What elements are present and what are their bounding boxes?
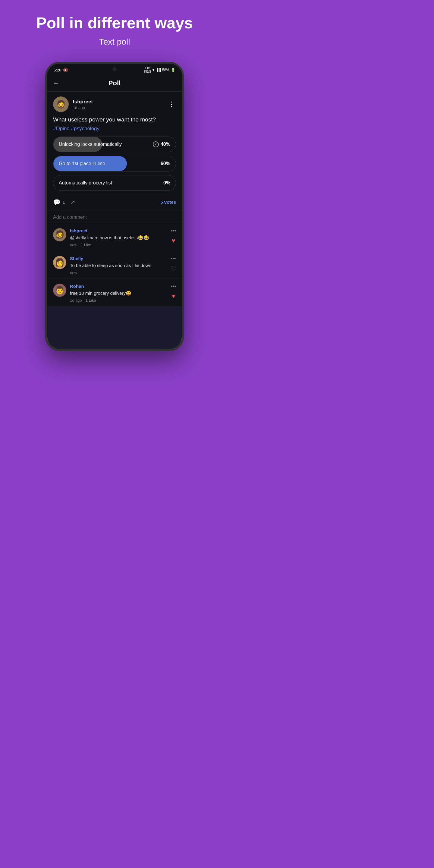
poll-hashtags: #Opino #psychology [47,126,182,136]
share-icon: ↗ [70,198,75,206]
page-header: Poll in different ways Text poll [0,0,229,56]
poll-actions: 💬 1 ↗ [53,198,75,206]
status-right: 1.81 KB/S ▾ ▐▐ 58% 🔋 [144,67,176,73]
check-icon-1: ✓ [153,141,159,147]
signal-icon: ▐▐ [156,68,161,72]
poll-option-2[interactable]: Go to 1st place in line 60% [53,156,176,172]
poll-option-2-text: Go to 1st place in line [53,161,161,166]
poll-footer: 💬 1 ↗ 5 votes [47,194,182,210]
comment-2-body: Shelly To be able to sleep as soon as I … [70,256,167,275]
comment-action[interactable]: 💬 1 [53,198,65,206]
comment-3-heart[interactable]: ♥ [172,293,176,300]
poll-option-1[interactable]: Unlocking locks automatically ✓ 40% [53,136,176,152]
post-header: 🧔 Ishpreet 1d ago ⋮ [47,92,182,116]
comment-item-1: 🧔 Ishpreet @shelly lmao, how is that use… [47,223,182,251]
poll-option-2-pct: 60% [161,161,176,166]
network-speed: 1.81 KB/S [144,67,151,73]
comment-2-time: now [70,270,77,275]
phone-frame: 5:26 🔇 1.81 KB/S ▾ ▐▐ 58% 🔋 ← Poll 🧔 Ish… [45,62,184,351]
comment-1-author: Ishpreet [70,228,167,233]
comment-1-text: @shelly lmao, how is that useless😂😂 [70,235,167,241]
back-button[interactable]: ← [53,79,60,87]
comment-1-right: ••• ♥ [171,228,176,244]
post-more-button[interactable]: ⋮ [167,99,176,110]
comment-3-meta: 1d ago 1 Like [70,298,167,303]
add-comment-input[interactable]: Add a comment [47,210,182,223]
comment-3-body: Rohan free 10 min grocery delivery😄 1d a… [70,284,167,303]
comment-3-right: ••• ♥ [171,284,176,300]
poll-options: Unlocking locks automatically ✓ 40% Go t… [47,136,182,191]
comment-1-time: now [70,243,77,247]
post-time: 1d ago [73,105,163,110]
comment-1-body: Ishpreet @shelly lmao, how is that usele… [70,228,167,247]
comment-3-more[interactable]: ••• [171,284,176,289]
comment-item-3: 👨 Rohan free 10 min grocery delivery😄 1d… [47,279,182,307]
battery-text: 58% [162,68,169,72]
battery-icon: 🔋 [171,68,176,72]
comment-item-2: 👩 Shelly To be able to sleep as soon as … [47,251,182,279]
comment-2-author: Shelly [70,256,167,261]
comments-section: 🧔 Ishpreet @shelly lmao, how is that use… [47,223,182,307]
comment-2-heart[interactable]: ♡ [170,265,176,272]
comment-2-text: To be able to sleep as soon as I lie dow… [70,262,167,269]
page-title: Poll in different ways [12,14,217,32]
comment-icon: 💬 [53,198,61,206]
comment-1-more[interactable]: ••• [171,228,176,234]
comment-3-author: Rohan [70,284,167,289]
comment-2-right: ••• ♡ [170,256,176,272]
comment-2-more[interactable]: ••• [171,256,176,261]
post-user-info: Ishpreet 1d ago [73,99,163,110]
wifi-icon: ▾ [153,68,154,72]
comment-2-meta: now [70,270,167,275]
poll-option-3-text: Automatically grocery list [53,180,163,186]
comment-1-meta: now 1 Like [70,243,167,247]
page-subtitle: Text poll [12,37,217,47]
comment-3-time: 1d ago [70,298,82,303]
share-action[interactable]: ↗ [70,198,75,206]
comment-1-likes: 1 Like [81,243,91,247]
comment-3-likes: 1 Like [86,298,96,303]
screen-title: Poll [64,79,164,87]
post-author-name: Ishpreet [73,99,163,105]
poll-option-3[interactable]: Automatically grocery list 0% [53,175,176,191]
status-left: 5:26 🔇 [54,67,68,72]
poll-question: What useless power you want the most? [47,116,182,126]
app-bar: ← Poll [47,75,182,92]
comment-1-avatar: 🧔 [53,228,66,241]
comment-3-text: free 10 min grocery delivery😄 [70,290,167,296]
add-comment-placeholder: Add a comment [53,215,87,220]
status-time: 5:26 [54,68,61,72]
poll-option-1-pct: ✓ 40% [153,141,176,147]
comment-1-heart[interactable]: ♥ [172,237,176,244]
status-sound-icon: 🔇 [63,67,68,72]
comment-2-avatar: 👩 [53,256,66,269]
content-area: 🧔 Ishpreet 1d ago ⋮ What useless power y… [47,92,182,307]
camera-notch [113,67,117,71]
phone-wrapper: 5:26 🔇 1.81 KB/S ▾ ▐▐ 58% 🔋 ← Poll 🧔 Ish… [45,62,184,351]
comment-count: 1 [62,199,65,205]
post-author-avatar: 🧔 [53,96,69,112]
poll-option-1-text: Unlocking locks automatically [53,142,153,147]
comment-3-avatar: 👨 [53,284,66,297]
votes-count: 5 votes [160,199,176,205]
poll-option-3-pct: 0% [163,180,176,186]
